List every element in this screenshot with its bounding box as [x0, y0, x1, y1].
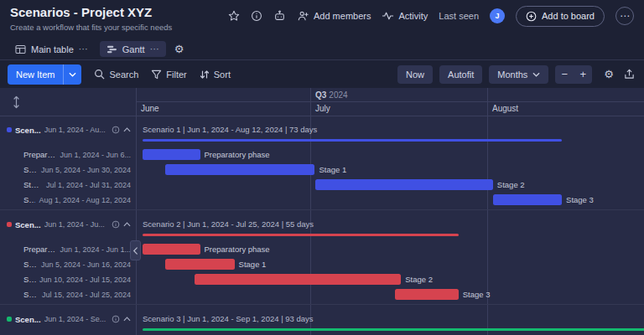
gantt-bar[interactable]: [143, 149, 200, 160]
zoom-control: − +: [555, 65, 592, 84]
add-members-icon: [297, 10, 309, 22]
gantt-bar[interactable]: [395, 289, 458, 300]
search-button[interactable]: Search: [94, 69, 138, 80]
gantt-chart: Scenario 1 | Jun 1, 2024 - Aug 12, 2024 …: [0, 116, 644, 335]
activity-icon: [382, 11, 394, 21]
board-title-block: Scenarios - Project XYZ Create a workflo…: [10, 5, 172, 39]
gantt-bar[interactable]: [143, 244, 200, 255]
gantt-bar-label: Preparatory phase: [205, 149, 270, 160]
sort-button[interactable]: Sort: [200, 70, 231, 80]
new-item-label[interactable]: New Item: [8, 64, 63, 85]
gantt-bar[interactable]: [165, 164, 314, 175]
gantt-bar-label: Stage 1: [319, 164, 347, 175]
integrations-icon[interactable]: [273, 10, 286, 22]
quarter-label: Q32024: [315, 90, 348, 100]
tab-main-table[interactable]: Main table ⋯: [8, 41, 95, 57]
search-label: Search: [109, 70, 138, 80]
gantt-bar[interactable]: [195, 274, 402, 285]
chevron-down-icon: [69, 72, 76, 77]
new-item-button[interactable]: New Item: [8, 64, 81, 85]
month-label: August: [492, 104, 518, 113]
gantt-bar-label: Preparatory phase: [205, 244, 270, 255]
gantt-settings-gear-icon[interactable]: ⚙: [602, 69, 615, 80]
zoom-unit-select[interactable]: Months: [489, 65, 548, 84]
activity-button[interactable]: Activity: [382, 11, 428, 21]
gantt-toolbar-right: Now Autofit Months − + ⚙: [397, 65, 636, 84]
gantt-bar-label: Stage 2: [497, 179, 525, 190]
tab-gantt-more-icon[interactable]: ⋯: [150, 44, 159, 54]
group-divider: [0, 304, 644, 305]
autofit-button[interactable]: Autofit: [439, 65, 482, 84]
board-header-actions: Add members Activity Last seen J Add to …: [228, 5, 634, 27]
star-icon[interactable]: [228, 10, 240, 22]
gantt-bar[interactable]: [165, 259, 234, 270]
page-title[interactable]: Scenarios - Project XYZ: [10, 5, 172, 20]
gantt-timeline-header: Q32024 JuneJulyAugust: [0, 88, 644, 116]
board-header: Scenarios - Project XYZ Create a workflo…: [0, 0, 644, 39]
board-menu-button[interactable]: ⋯: [615, 7, 634, 25]
gantt-summary-label: Scenario 3 | Jun 1, 2024 - Sep 1, 2024 |…: [143, 314, 314, 324]
gantt-bar-label: Stage 3: [463, 289, 491, 300]
activity-label: Activity: [398, 11, 428, 21]
export-icon[interactable]: [622, 69, 636, 80]
avatar[interactable]: J: [490, 8, 505, 23]
search-icon: [94, 69, 105, 80]
zoom-unit-label: Months: [497, 70, 527, 80]
now-button[interactable]: Now: [397, 65, 433, 84]
info-icon[interactable]: [251, 10, 262, 22]
add-to-board-label: Add to board: [542, 11, 595, 21]
filter-button[interactable]: Filter: [151, 70, 186, 80]
add-to-board-button[interactable]: Add to board: [516, 6, 605, 27]
quarter-year: 2024: [329, 90, 347, 100]
gantt-bar-label: Stage 2: [405, 274, 433, 285]
new-item-dropdown[interactable]: [63, 64, 81, 85]
zoom-out-button[interactable]: −: [555, 65, 574, 84]
filter-label: Filter: [166, 70, 186, 80]
month-label: June: [141, 104, 159, 113]
tab-gantt-label: Gantt: [122, 44, 145, 54]
gantt-summary-bar[interactable]: [143, 328, 644, 331]
plus-circle-icon: [526, 11, 537, 22]
month-label: July: [315, 104, 330, 113]
view-tabs-bar: Main table ⋯ Gantt ⋯ ⚙: [0, 39, 644, 60]
gantt-summary-bar[interactable]: [143, 139, 562, 142]
gantt-bar[interactable]: [315, 179, 493, 190]
gantt-toolbar: New Item Search Filter Sort Now Autofit …: [0, 60, 644, 88]
sort-label: Sort: [214, 70, 231, 80]
gantt-view: Q32024 JuneJulyAugust Scen...Jun 1, 2024…: [0, 88, 644, 335]
group-divider: [0, 209, 644, 210]
gantt-bar-label: Stage 1: [239, 259, 267, 270]
collapse-sidebar-handle[interactable]: [130, 240, 141, 260]
sort-icon: [200, 70, 210, 80]
gantt-bar-label: Stage 3: [566, 194, 594, 205]
quarter-row-border: [136, 101, 644, 102]
page-subtitle: Create a workflow that fits your specifi…: [10, 23, 172, 32]
table-icon: [15, 44, 26, 54]
filter-icon: [151, 70, 162, 80]
gantt-icon: [106, 44, 117, 54]
tab-main-table-more-icon[interactable]: ⋯: [79, 44, 88, 54]
chevron-down-icon: [532, 72, 540, 77]
tab-main-table-label: Main table: [31, 44, 74, 54]
add-members-button[interactable]: Add members: [297, 10, 371, 22]
gantt-summary-bar[interactable]: [143, 234, 459, 236]
last-seen-label: Last seen: [439, 11, 479, 21]
quarter-name: Q3: [315, 90, 326, 100]
zoom-in-button[interactable]: +: [574, 65, 592, 84]
expand-rows-icon[interactable]: [13, 95, 20, 109]
tab-gantt[interactable]: Gantt ⋯: [100, 41, 166, 57]
add-members-label: Add members: [314, 11, 371, 21]
gantt-bar[interactable]: [493, 194, 562, 205]
gantt-body: Scen...Jun 1, 2024 - Au...Preparatory p.…: [0, 116, 644, 335]
view-settings-gear-icon[interactable]: ⚙: [174, 44, 184, 54]
gantt-summary-label: Scenario 2 | Jun 1, 2024 - Jul 25, 2024 …: [143, 219, 314, 229]
gantt-summary-label: Scenario 1 | Jun 1, 2024 - Aug 12, 2024 …: [143, 125, 317, 135]
